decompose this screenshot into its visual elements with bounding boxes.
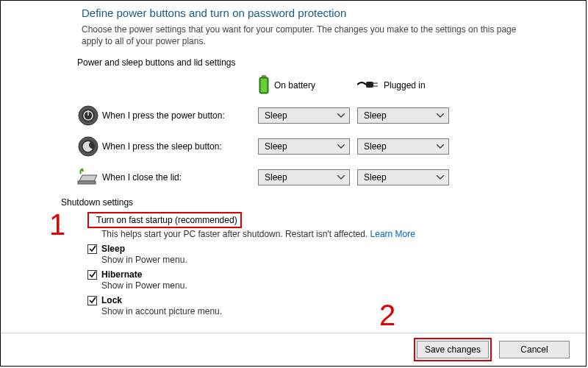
- chevron-down-icon: [437, 175, 444, 180]
- section-buttons-lid-label: Power and sleep buttons and lid settings: [77, 57, 571, 68]
- lid-on-battery-dropdown[interactable]: Sleep: [258, 169, 350, 185]
- row-sleep-button-label: When I press the sleep button:: [102, 141, 258, 152]
- fast-startup-description: This helps start your PC faster after sh…: [101, 229, 571, 239]
- section-shutdown-label: Shutdown settings: [61, 197, 571, 208]
- battery-icon: [258, 75, 270, 96]
- chevron-down-icon: [337, 113, 345, 118]
- dropdown-value: Sleep: [364, 172, 387, 183]
- highlight-fast-startup: Turn on fast startup (recommended): [87, 212, 242, 228]
- svg-rect-12: [78, 181, 96, 184]
- dropdown-value: Sleep: [364, 110, 387, 121]
- dropdown-value: Sleep: [265, 110, 287, 121]
- svg-rect-2: [261, 79, 267, 92]
- hibernate-option-sub: Show in Power menu.: [101, 280, 571, 291]
- dropdown-value: Sleep: [265, 172, 287, 183]
- laptop-lid-icon: [74, 168, 102, 187]
- sleep-plugged-in-dropdown[interactable]: Sleep: [357, 138, 449, 155]
- chevron-down-icon: [337, 144, 345, 149]
- column-plugged-in-label: Plugged in: [384, 80, 426, 91]
- sleep-on-battery-dropdown[interactable]: Sleep: [258, 138, 350, 155]
- page-title: Define power buttons and turn on passwor…: [82, 7, 571, 19]
- plug-icon: [357, 79, 379, 93]
- dialog-footer: Save changes Cancel: [1, 333, 586, 366]
- sleep-checkbox[interactable]: [87, 244, 97, 254]
- column-on-battery-label: On battery: [274, 80, 315, 91]
- lock-option-sub: Show in account picture menu.: [101, 306, 571, 316]
- lock-checkbox[interactable]: [87, 296, 97, 305]
- option-fast-startup: Turn on fast startup (recommended) This …: [87, 212, 571, 239]
- sleep-button-icon: [74, 136, 102, 157]
- dropdown-value: Sleep: [364, 141, 387, 152]
- power-plugged-in-dropdown[interactable]: Sleep: [357, 107, 449, 124]
- page-description: Choose the power settings that you want …: [82, 24, 537, 47]
- power-options-panel: Define power buttons and turn on passwor…: [0, 0, 587, 367]
- svg-rect-3: [366, 82, 373, 88]
- chevron-down-icon: [437, 113, 444, 118]
- chevron-down-icon: [437, 144, 444, 149]
- option-lock: Lock Show in account picture menu.: [87, 295, 571, 316]
- save-button[interactable]: Save changes: [417, 341, 489, 358]
- sleep-option-label: Sleep: [101, 244, 125, 254]
- sleep-option-sub: Show in Power menu.: [101, 255, 571, 265]
- dropdown-value: Sleep: [265, 141, 287, 152]
- row-power-button: When I press the power button: Sleep Sle…: [74, 100, 571, 131]
- lock-option-label: Lock: [101, 295, 122, 305]
- option-sleep: Sleep Show in Power menu.: [87, 244, 571, 265]
- power-button-icon: [74, 105, 102, 126]
- row-power-button-label: When I press the power button:: [102, 110, 258, 121]
- cancel-button[interactable]: Cancel: [499, 341, 570, 358]
- chevron-down-icon: [337, 175, 345, 180]
- power-settings-grid: On battery Plugged in When I press the p…: [74, 71, 571, 193]
- learn-more-link[interactable]: Learn More: [370, 229, 415, 239]
- highlight-save-button: Save changes: [414, 338, 492, 361]
- row-sleep-button: When I press the sleep button: Sleep Sle…: [74, 131, 571, 162]
- option-hibernate: Hibernate Show in Power menu.: [87, 269, 571, 291]
- lid-plugged-in-dropdown[interactable]: Sleep: [357, 169, 449, 185]
- hibernate-option-label: Hibernate: [101, 269, 142, 280]
- row-close-lid: When I close the lid: Sleep Sleep: [74, 162, 571, 193]
- fast-startup-label: Turn on fast startup (recommended): [96, 215, 237, 225]
- column-on-battery: On battery: [258, 75, 357, 96]
- column-plugged-in: Plugged in: [357, 79, 456, 93]
- row-close-lid-label: When I close the lid:: [102, 172, 258, 183]
- power-on-battery-dropdown[interactable]: Sleep: [258, 107, 350, 124]
- shutdown-options: Turn on fast startup (recommended) This …: [87, 212, 571, 316]
- hibernate-checkbox[interactable]: [87, 270, 97, 280]
